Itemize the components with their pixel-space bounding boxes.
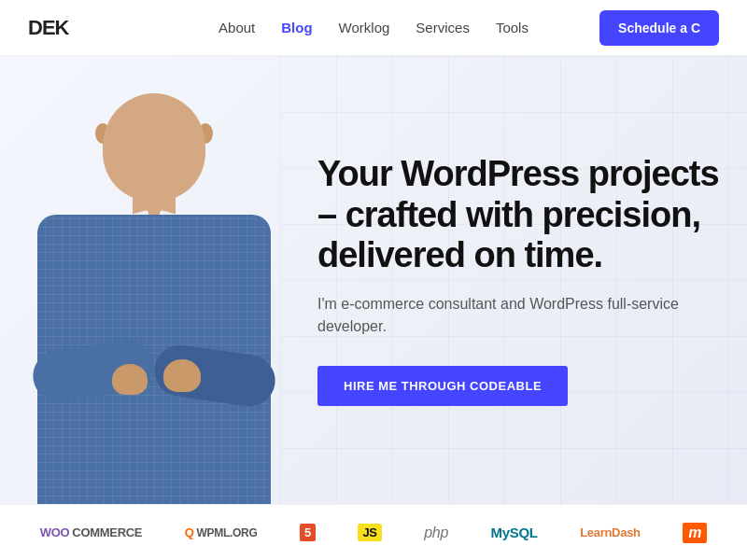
nav-links: About Blog Worklog Services Tools	[218, 20, 529, 35]
logo-wpml: Q WPML.ORG	[185, 525, 258, 539]
hero-section: Your WordPress projects – crafted with p…	[0, 56, 747, 504]
nav-worklog[interactable]: Worklog	[339, 20, 390, 35]
hire-me-button[interactable]: HIRE ME THROUGH CODEABLE	[317, 366, 568, 406]
person-figure	[19, 84, 308, 504]
person-hand-left	[163, 359, 201, 392]
hero-title: Your WordPress projects – crafted with p…	[317, 154, 719, 276]
hero-person-image	[0, 75, 345, 504]
logo-php: php	[424, 525, 448, 541]
hero-subtitle: I'm e-commerce consultant and WordPress …	[317, 293, 719, 338]
logo-js: JS	[358, 524, 381, 541]
logo-woocommerce: WOO COMMERCE	[40, 525, 142, 539]
schedule-button[interactable]: Schedule a C	[599, 10, 719, 46]
logo-mysql: MySQL	[491, 525, 538, 540]
logos-bar: WOO COMMERCE Q WPML.ORG 5 JS php MySQL L…	[0, 504, 747, 560]
person-hand-right	[112, 364, 148, 395]
logo-html5: 5	[300, 524, 316, 541]
logo-learndash: LearnDash	[580, 525, 641, 539]
site-logo: DEK	[28, 16, 68, 40]
nav-about[interactable]: About	[218, 20, 255, 35]
nav-tools[interactable]: Tools	[496, 20, 529, 35]
logo-m: m	[683, 523, 707, 543]
nav-services[interactable]: Services	[416, 20, 470, 35]
nav-blog[interactable]: Blog	[281, 20, 312, 35]
navbar: DEK About Blog Worklog Services Tools Sc…	[0, 0, 747, 56]
hero-content: Your WordPress projects – crafted with p…	[299, 135, 738, 425]
person-head	[103, 93, 205, 201]
